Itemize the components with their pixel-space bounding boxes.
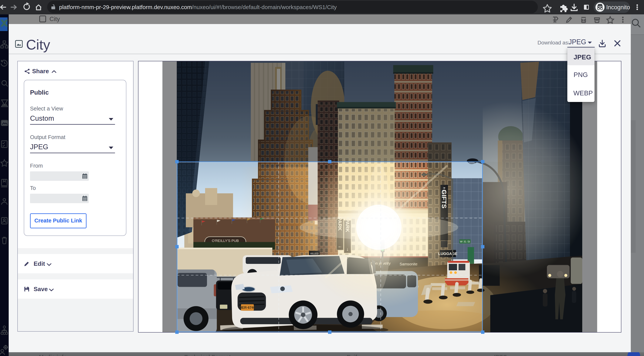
svg-text:platform-nmm-pr-29-preview.pla: platform-nmm-pr-29-preview.platform.dev.… [59,4,337,10]
svg-text:City: City [50,16,60,22]
svg-text:Incognito: Incognito [606,4,630,11]
svg-text:W 31 St: W 31 St [460,240,470,243]
svg-text:HER·6740: HER·6740 [240,306,255,309]
